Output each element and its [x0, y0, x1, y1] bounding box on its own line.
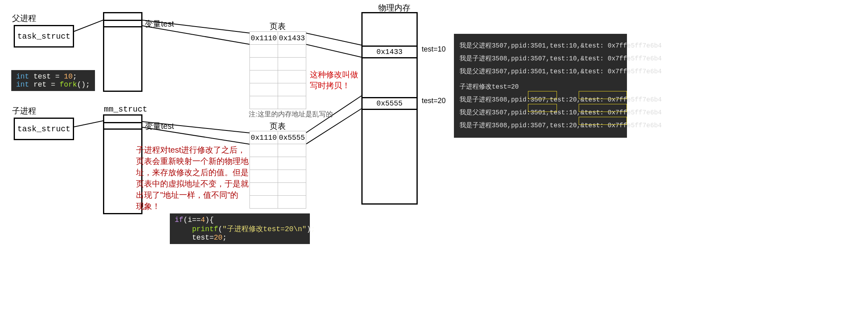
child-task-struct-box: task_struct: [14, 118, 74, 140]
ptc-phys: 0x5555: [278, 131, 306, 144]
child-code-snippet: if(i==4){ printf("子进程修改test=20\n"); test…: [170, 213, 310, 244]
highlight-addr-c: [579, 117, 627, 125]
parent-task-struct-box: task_struct: [14, 25, 74, 48]
child-page-table: 0x11100x5555: [249, 131, 306, 209]
expl-l2: 页表会重新映射一个新的物理地: [136, 155, 249, 167]
highlight-test20-a: [528, 91, 557, 99]
task-struct-text: task_struct: [17, 32, 70, 41]
expl-l6: 现象！: [136, 201, 249, 212]
parent-page-table-title: 页表: [270, 21, 286, 32]
svg-line-6: [306, 33, 361, 45]
child-page-table-title: 页表: [270, 121, 286, 132]
child-process-label: 子进程: [12, 106, 36, 116]
note-random-addresses: 注:这里的内存地址是乱写的: [249, 110, 333, 119]
parent-mm-struct-box: [103, 12, 142, 92]
physical-memory-box: 0x1433 0x5555: [361, 12, 418, 205]
term-line-0: 我是父进程3507,ppid:3501,test:10,&test: 0x7ff…: [460, 39, 621, 52]
ptc-virt: 0x1110: [250, 131, 278, 144]
ptp-virt: 0x1110: [250, 32, 278, 45]
phys-label-test10: test=10: [422, 45, 446, 54]
child-var-test-label: 变量test: [145, 121, 174, 132]
expl-l4: 页表中的虚拟地址不变，于是就: [136, 178, 249, 189]
parent-code-snippet: int test = 10; int ret = fork();: [11, 70, 95, 91]
cow-note-l1: 这种修改叫做: [310, 69, 358, 80]
highlight-test10-b: [528, 104, 557, 112]
svg-line-7: [306, 44, 361, 57]
term-line-2: 我是父进程3507,ppid:3501,test:10,&test: 0x7ff…: [460, 65, 621, 78]
mm-struct-label: mm_struct: [104, 105, 147, 114]
cow-note-l2: 写时拷贝！: [310, 80, 358, 91]
explanation-paragraph: 子进程对test进行修改了之后， 页表会重新映射一个新的物理地 址，来存放修改之…: [136, 144, 249, 212]
highlight-addr-a: [579, 91, 627, 99]
parent-var-test-label: 变量test: [145, 19, 174, 29]
svg-line-0: [74, 20, 103, 31]
expl-l5: 出现了"地址一样，值不同"的: [136, 189, 249, 201]
parent-process-label: 父进程: [12, 13, 36, 24]
expl-l3: 址，来存放修改之后的值。但是: [136, 167, 249, 178]
phys-entry-1: 0x1433: [377, 48, 403, 56]
expl-l1: 子进程对test进行修改了之后，: [136, 144, 249, 155]
ptp-phys: 0x1433: [278, 32, 306, 45]
cow-note: 这种修改叫做 写时拷贝！: [310, 69, 358, 91]
task-struct-text-2: task_struct: [17, 124, 70, 134]
highlight-addr-b: [579, 104, 627, 112]
phys-entry-2: 0x5555: [377, 99, 403, 108]
svg-line-1: [74, 121, 103, 127]
phys-label-test20: test=20: [422, 97, 446, 105]
term-line-1: 我是子进程3508,ppid:3507,test:10,&test: 0x7ff…: [460, 52, 621, 65]
parent-page-table: 0x11100x1433: [249, 31, 306, 109]
physical-memory-title: 物理内存: [378, 2, 410, 13]
